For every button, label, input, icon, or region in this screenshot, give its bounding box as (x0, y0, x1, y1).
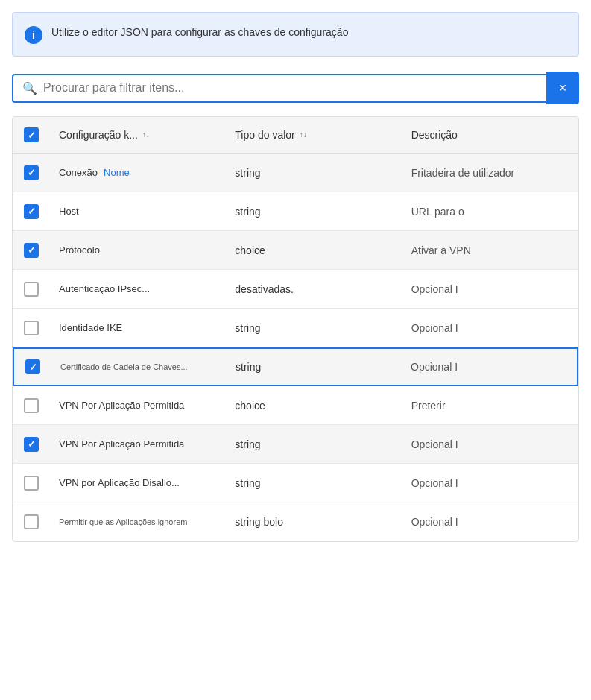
row-checkbox-cell[interactable] (13, 240, 50, 261)
info-banner: i Utilize o editor JSON para configurar … (12, 12, 579, 57)
row-description-cell: URL para o (402, 200, 578, 224)
row-key-cell: Certificado de Cadeia de Chaves... (51, 356, 227, 377)
row-type-cell: string (227, 355, 402, 379)
header-checkbox-cell[interactable] (13, 124, 50, 145)
table-row[interactable]: VPN Por Aplicação PermitidastringOpciona… (13, 425, 578, 464)
row-type-cell: string bolo (226, 510, 402, 534)
table-row[interactable]: HoststringURL para o (13, 192, 578, 231)
row-checkbox-cell[interactable] (13, 511, 50, 532)
row-checkbox[interactable] (24, 437, 39, 452)
search-container: 🔍 (12, 74, 546, 103)
row-description-cell: Ativar a VPN (402, 239, 578, 262)
row-checkbox-cell[interactable] (13, 318, 50, 338)
row-type-cell: desativadas. (226, 277, 402, 301)
row-checkbox[interactable] (24, 165, 39, 180)
row-checkbox-cell[interactable] (14, 356, 51, 377)
row-description-cell: Preterir (402, 394, 578, 417)
search-icon: 🔍 (22, 81, 37, 95)
row-key-cell: Protocolo (50, 239, 226, 262)
row-checkbox[interactable] (24, 476, 39, 491)
row-checkbox-cell[interactable] (13, 279, 50, 300)
row-checkbox-cell[interactable] (13, 201, 50, 222)
row-description-cell: Opcional I (402, 277, 578, 301)
row-checkbox[interactable] (24, 321, 39, 335)
row-description-cell: Opcional I (402, 355, 577, 379)
header-value-type: Tipo do valor ↑↓ (226, 124, 402, 145)
row-type-cell: choice (226, 239, 402, 262)
row-checkbox-cell[interactable] (13, 473, 50, 494)
table-row[interactable]: Autenticação IPsec...desativadas.Opciona… (13, 270, 578, 309)
row-checkbox[interactable] (24, 398, 39, 413)
table-header: Configuração k... ↑↓ Tipo do valor ↑↓ De… (13, 117, 578, 154)
row-description-cell: Opcional I (402, 471, 578, 495)
row-checkbox-cell[interactable] (13, 434, 50, 455)
table-row[interactable]: Permitir que as Aplicações ignoremstring… (13, 502, 578, 541)
sort-icon-config[interactable]: ↑↓ (142, 131, 150, 139)
search-input[interactable] (43, 81, 537, 95)
row-key-cell: Autenticação IPsec... (50, 277, 226, 300)
row-checkbox[interactable] (24, 514, 39, 529)
table-container: Configuração k... ↑↓ Tipo do valor ↑↓ De… (12, 116, 579, 542)
table-row[interactable]: VPN por Aplicação Disallo...stringOpcion… (13, 464, 578, 502)
row-description-cell: Opcional I (402, 510, 578, 534)
row-checkbox[interactable] (24, 204, 39, 219)
table-row[interactable]: ProtocolochoiceAtivar a VPN (13, 231, 578, 270)
row-type-cell: string (226, 471, 402, 495)
row-description-cell: Opcional I (402, 432, 578, 456)
table-body: ConexãoNomestringFritadeira de utilizado… (13, 154, 578, 541)
row-description-cell: Opcional I (402, 316, 578, 340)
row-checkbox-cell[interactable] (13, 395, 50, 416)
search-row: 🔍 × (12, 72, 579, 104)
row-checkbox[interactable] (24, 282, 39, 297)
select-all-checkbox[interactable] (24, 127, 39, 142)
header-config-key: Configuração k... ↑↓ (50, 124, 226, 145)
table-row[interactable]: ConexãoNomestringFritadeira de utilizado… (13, 154, 578, 192)
info-text: Utilize o editor JSON para configurar as… (51, 25, 348, 40)
row-type-cell: string (226, 432, 402, 456)
row-type-cell: choice (226, 394, 402, 417)
row-type-cell: string (226, 200, 402, 224)
row-checkbox[interactable] (25, 359, 40, 374)
row-key-cell: VPN Por Aplicação Permitida (50, 432, 226, 455)
row-type-cell: string (226, 316, 402, 340)
sort-icon-type[interactable]: ↑↓ (300, 131, 307, 139)
row-description-cell: Fritadeira de utilizador (402, 161, 578, 185)
search-clear-button[interactable]: × (546, 72, 579, 104)
row-checkbox-cell[interactable] (13, 163, 50, 183)
row-key-cell: Host (50, 200, 226, 223)
table-row[interactable]: Certificado de Cadeia de Chaves...string… (13, 347, 578, 386)
info-icon: i (25, 26, 42, 44)
table-row[interactable]: VPN Por Aplicação PermitidachoicePreteri… (13, 386, 578, 425)
row-checkbox[interactable] (24, 243, 39, 258)
row-key-cell: VPN por Aplicação Disallo... (50, 471, 226, 494)
row-key-cell: Identidade IKE (50, 316, 226, 339)
row-key-cell: ConexãoNome (50, 161, 226, 184)
row-key-cell: Permitir que as Aplicações ignorem (50, 511, 226, 532)
row-key-cell: VPN Por Aplicação Permitida (50, 394, 226, 417)
header-description: Descrição (402, 124, 578, 145)
row-type-cell: string (226, 161, 402, 185)
table-row[interactable]: Identidade IKEstringOpcional I (13, 309, 578, 347)
